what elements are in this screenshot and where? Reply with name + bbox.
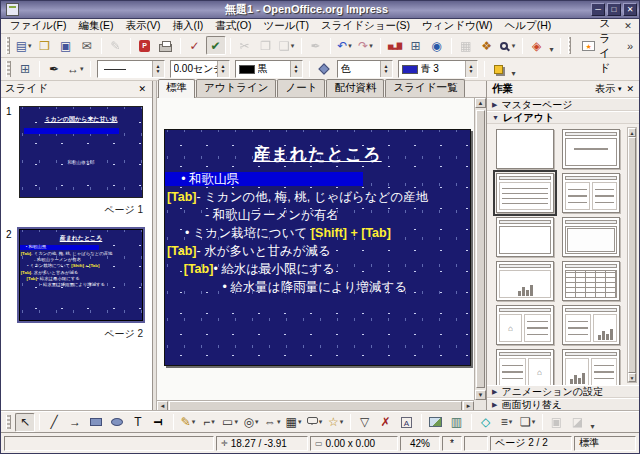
basic-shapes-dropdown-icon[interactable]: ▾	[234, 418, 238, 426]
zoom-dropdown-icon[interactable]: ▾	[512, 42, 516, 50]
document-close-icon[interactable]: ✕	[621, 21, 635, 31]
from-file-button[interactable]	[426, 413, 446, 432]
toolbar-grip[interactable]	[6, 37, 10, 53]
slide-title[interactable]: 産まれたところ	[165, 143, 470, 166]
block-arrows-button[interactable]: ⇔▾	[262, 413, 283, 432]
slide-bullet-line[interactable]: • 和歌山県	[165, 172, 470, 186]
symbol-shapes-button[interactable]: ◎▾	[241, 413, 261, 432]
scroll-down-icon[interactable]: ▼	[475, 390, 486, 400]
undo-button[interactable]: ↶▾	[335, 36, 355, 55]
redo-dropdown-icon[interactable]: ▾	[369, 42, 373, 50]
presentation-button[interactable]: ◈	[527, 36, 547, 55]
glue-points-button[interactable]: ✗	[376, 413, 396, 432]
slide-bullet-line[interactable]: - 和歌山ラーメンが有名	[165, 208, 470, 222]
section-custom-animation[interactable]: ▶ アニメーションの設定	[487, 385, 639, 398]
alignment-dropdown-icon[interactable]: ▾	[509, 418, 513, 426]
layout-title-only[interactable]	[496, 217, 554, 257]
slide-bullet-line[interactable]: [Tab]• 給水は最小限にする	[165, 262, 470, 276]
close-button[interactable]: ✕	[623, 3, 637, 16]
line-width-select[interactable]: 0.00センチ▲▼	[170, 60, 230, 78]
connector-button[interactable]: ⌐▾	[199, 413, 219, 432]
menu-item[interactable]: ヘルプ(H)	[500, 19, 557, 33]
scroll-up-icon[interactable]: ▲	[628, 128, 636, 137]
toolbar-overflow-icon[interactable]: ▾	[550, 45, 554, 54]
flowchart-dropdown-icon[interactable]: ▾	[298, 418, 302, 426]
arrange-dropdown-icon[interactable]: ▾	[532, 418, 536, 426]
area-fill-button[interactable]	[314, 60, 334, 79]
horizontal-scrollbar[interactable]: ◄ ►	[157, 400, 474, 411]
undo-dropdown-icon[interactable]: ▾	[348, 42, 352, 50]
text-button[interactable]: T	[128, 413, 148, 432]
slide-canvas[interactable]: 産まれたところ• 和歌山県[Tab]- ミカンの他, 梅, 桃, じゃばらなどの…	[164, 129, 471, 366]
layout-title-chart-text[interactable]	[562, 349, 620, 385]
line-style-spinner[interactable]: ▲▼	[152, 61, 164, 77]
scroll-left-icon[interactable]: ◄	[157, 401, 168, 411]
symbol-shapes-dropdown-icon[interactable]: ▾	[255, 418, 259, 426]
redo-button[interactable]: ↷▾	[356, 36, 376, 55]
rectangle-button[interactable]	[86, 413, 106, 432]
insert-table-button[interactable]: ⊞	[406, 36, 426, 55]
callouts-dropdown-icon[interactable]: ▾	[319, 418, 323, 426]
task-pane-close-icon[interactable]: ✕	[626, 84, 634, 94]
vertical-scroll-thumb[interactable]	[476, 110, 485, 388]
section-layouts[interactable]: ▼ レイアウト	[487, 111, 639, 124]
menu-item[interactable]: ウィンドウ(W)	[417, 19, 498, 33]
toolbar-overflow-chevron[interactable]: »	[623, 40, 637, 52]
gallery-button[interactable]: ▥	[447, 413, 467, 432]
page-indicator-cell[interactable]: ページ 2 / 2	[490, 436, 572, 451]
menu-item[interactable]: ファイル(F)	[5, 19, 71, 33]
new-document-button[interactable]: ▤▾	[14, 36, 34, 55]
basic-shapes-button[interactable]: ▭▾	[220, 413, 240, 432]
slide-bullet-line[interactable]: [Tab]- 水が多いと甘みが減る	[165, 244, 470, 258]
fill-color-spinner[interactable]: ▲▼	[465, 61, 477, 77]
alignment-button[interactable]: ≡▾	[497, 413, 517, 432]
fill-type-select[interactable]: 色▲▼	[337, 60, 393, 78]
toolbar-grip[interactable]	[6, 61, 11, 76]
connector-dropdown-icon[interactable]: ▾	[211, 418, 215, 426]
new-document-dropdown-icon[interactable]: ▾	[28, 42, 32, 50]
line-style-select[interactable]: ▲▼	[97, 60, 165, 78]
ellipse-button[interactable]	[107, 413, 127, 432]
table-button[interactable]: ⊞	[15, 60, 35, 79]
menu-item[interactable]: ツール(T)	[259, 19, 314, 33]
curve-button[interactable]: ✎▾	[178, 413, 198, 432]
layout-title-text-chart[interactable]	[562, 305, 620, 345]
zoom-level-cell[interactable]: 42%	[400, 436, 440, 451]
vertical-scrollbar[interactable]: ▲ ▼	[474, 98, 486, 400]
print-button[interactable]	[156, 36, 176, 55]
view-tab-item[interactable]: アウトライン	[196, 79, 276, 97]
slide-bullet-line[interactable]: [Tab]- 水が多いと甘みが減る	[20, 271, 142, 276]
arrow-style-button[interactable]: ↔▾	[65, 60, 86, 79]
points-button[interactable]: ▽	[355, 413, 375, 432]
layout-blank[interactable]	[496, 129, 554, 169]
menu-item[interactable]: 書式(O)	[210, 19, 256, 33]
toolbar-grip[interactable]	[568, 37, 572, 53]
line-button[interactable]: ╱	[44, 413, 64, 432]
shadow-button[interactable]	[489, 60, 509, 79]
layout-scrollbar[interactable]: ▲ ▼	[627, 127, 637, 383]
layout-title-table[interactable]	[562, 261, 620, 301]
layout-title-content[interactable]	[562, 129, 620, 169]
horizontal-scroll-thumb[interactable]	[169, 401, 462, 411]
menu-item[interactable]: スライドショー(S)	[316, 19, 415, 33]
slide-bullet-line[interactable]: • 給水量は降雨量により増減する	[20, 283, 142, 288]
line-color-select[interactable]: 黒▲▼	[235, 60, 303, 78]
callouts-button[interactable]: ▾	[305, 413, 325, 432]
insert-chart-button[interactable]: ▅▂▇	[385, 36, 405, 55]
section-master-pages[interactable]: ▶ マスターページ	[487, 98, 639, 111]
paste-dropdown-icon[interactable]: ▾	[291, 42, 295, 50]
slide-bullet-line[interactable]: [Tab]- ミカンの他, 梅, 桃, じゃばらなどの産地	[20, 252, 142, 257]
view-name-cell[interactable]: 標準	[574, 436, 636, 451]
rotate-button[interactable]: ◇	[476, 413, 496, 432]
line-width-spinner[interactable]: ▲▼	[217, 61, 229, 77]
line-color-spinner[interactable]: ▲▼	[290, 61, 302, 77]
fontwork-button[interactable]	[397, 413, 417, 432]
slide-bullet-line[interactable]: • 給水量は降雨量により増減する	[165, 280, 470, 294]
spellcheck-button[interactable]: ✓	[185, 36, 205, 55]
slide-thumbnail-2[interactable]: 産まれたところ• 和歌山県[Tab]- ミカンの他, 梅, 桃, じゃばらなどの…	[19, 229, 143, 321]
layout-centered-text[interactable]	[562, 217, 620, 257]
arrange-button[interactable]: ❏▾	[518, 413, 538, 432]
new-slide-button[interactable]: スライド	[575, 14, 622, 78]
hyperlink-button[interactable]: ◉	[427, 36, 447, 55]
select-button[interactable]: ↖	[15, 413, 35, 432]
